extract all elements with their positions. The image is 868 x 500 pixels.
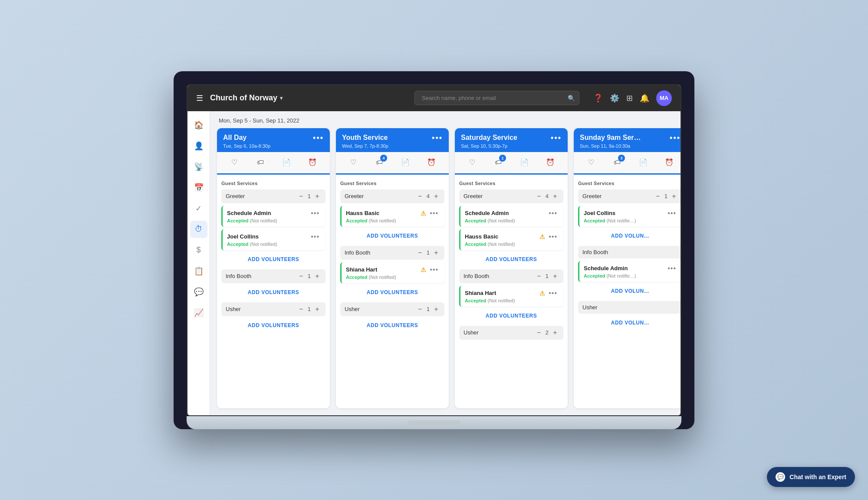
role-row-infobooth-saturday: Info Booth − 1 +	[459, 269, 563, 283]
vol-card-shiana-saturday: Shiana Hart ⚠ ••• Accepted (Not notified…	[459, 286, 563, 307]
tab-clock-youth[interactable]: ⏰	[424, 156, 438, 169]
usher-minus-allday[interactable]: −	[297, 305, 305, 313]
infobooth-plus-saturday[interactable]: +	[551, 272, 559, 280]
infobooth-minus-saturday[interactable]: −	[535, 272, 543, 280]
menu-icon[interactable]: ☰	[196, 93, 203, 103]
add-volunteers-greeter-saturday[interactable]: ADD VOLUNTEERS	[459, 253, 563, 266]
vol-menu-shiana-saturday[interactable]: •••	[547, 289, 559, 297]
role-row-usher-sunday: Usher	[578, 301, 681, 314]
sidebar-item-messages[interactable]: 💬	[190, 283, 207, 301]
infobooth-minus-allday[interactable]: −	[297, 272, 305, 280]
tab-clock-saturday[interactable]: ⏰	[543, 156, 557, 169]
column-saturday-service: Saturday Service ••• Sat, Sep 10, 5:30p-…	[455, 128, 568, 408]
tab-tag-all-day[interactable]: 🏷	[253, 156, 267, 169]
add-volunteers-infobooth-sunday[interactable]: ADD VOLUN…	[578, 285, 681, 298]
usher-minus-saturday[interactable]: −	[535, 329, 543, 337]
warning-icon-hauss-saturday: ⚠	[539, 233, 545, 240]
chat-with-expert-button[interactable]: 💬 Chat with an Expert	[767, 467, 855, 487]
greeter-plus-youth[interactable]: +	[432, 192, 440, 200]
greeter-minus-saturday[interactable]: −	[535, 192, 543, 200]
tab-tag-sunday[interactable]: 🏷3	[610, 156, 624, 169]
greeter-minus-allday[interactable]: −	[297, 192, 305, 200]
vol-menu-shiana-youth[interactable]: •••	[428, 266, 440, 274]
tab-clock-sunday[interactable]: ⏰	[662, 156, 676, 169]
sidebar-item-analytics[interactable]: 📈	[190, 304, 207, 321]
search-icon: 🔍	[568, 95, 575, 102]
greeter-plus-sunday[interactable]: +	[670, 192, 678, 200]
add-volunteers-infobooth-saturday[interactable]: ADD VOLUNTEERS	[459, 309, 563, 322]
tab-tag-youth[interactable]: 🏷4	[372, 156, 386, 169]
vol-menu-joel-sunday[interactable]: •••	[666, 209, 678, 217]
sidebar-item-calendar[interactable]: 📅	[190, 179, 207, 196]
col-body-youth: Guest Services Greeter − 4 +	[336, 175, 449, 408]
add-volunteers-usher-sunday[interactable]: ADD VOLUN…	[578, 316, 681, 329]
greeter-minus-sunday[interactable]: −	[654, 192, 662, 200]
section-label-youth-gs: Guest Services	[340, 179, 444, 189]
tab-heart-all-day[interactable]: ♡	[227, 156, 241, 169]
usher-minus-youth[interactable]: −	[416, 305, 424, 313]
search-input[interactable]	[414, 91, 579, 105]
infobooth-plus-youth[interactable]: +	[432, 249, 440, 257]
col-tabs-youth: ♡ 🏷4 📄 ⏰	[336, 152, 449, 173]
help-icon[interactable]: ❓	[593, 93, 603, 103]
usher-plus-saturday[interactable]: +	[551, 329, 559, 337]
tab-doc-sunday[interactable]: 📄	[636, 156, 650, 169]
tab-doc-all-day[interactable]: 📄	[279, 156, 293, 169]
vol-menu-schedadmin-saturday[interactable]: •••	[547, 209, 559, 217]
usher-plus-allday[interactable]: +	[313, 305, 321, 313]
bell-icon[interactable]: 🔔	[640, 93, 649, 103]
role-row-greeter-allday: Greeter − 1 +	[221, 189, 326, 203]
add-volunteers-usher-allday[interactable]: ADD VOLUNTEERS	[221, 319, 326, 332]
tab-heart-sunday[interactable]: ♡	[584, 156, 598, 169]
vol-menu-hauss-youth[interactable]: •••	[428, 209, 440, 217]
sidebar-item-home[interactable]: 🏠	[190, 116, 207, 134]
laptop-frame: ☰ Church of Norway ▾ 🔍 ❓ ⚙️ ⊞ 🔔 MA 🏠	[174, 71, 694, 429]
add-volunteers-infobooth-allday[interactable]: ADD VOLUNTEERS	[221, 286, 326, 299]
col-menu-sunday[interactable]: •••	[670, 133, 681, 142]
infobooth-plus-allday[interactable]: +	[313, 272, 321, 280]
settings-icon[interactable]: ⚙️	[610, 93, 619, 103]
col-menu-youth[interactable]: •••	[432, 133, 443, 142]
col-menu-all-day[interactable]: •••	[313, 133, 324, 142]
greeter-minus-youth[interactable]: −	[416, 192, 424, 200]
vol-menu-joel-allday[interactable]: •••	[309, 233, 321, 241]
vol-card-schedule-admin-allday: Schedule Admin ••• Accepted (Not notifie…	[221, 206, 326, 227]
add-volunteers-greeter-allday[interactable]: ADD VOLUNTEERS	[221, 253, 326, 266]
tab-doc-saturday[interactable]: 📄	[517, 156, 531, 169]
sidebar-item-broadcast[interactable]: 📡	[190, 158, 207, 175]
screen: ☰ Church of Norway ▾ 🔍 ❓ ⚙️ ⊞ 🔔 MA 🏠	[187, 84, 681, 416]
tab-doc-youth[interactable]: 📄	[398, 156, 412, 169]
add-volunteers-infobooth-youth[interactable]: ADD VOLUNTEERS	[340, 286, 444, 299]
col-header-youth: Youth Service ••• Wed, Sep 7, 7p-8:30p	[336, 128, 449, 152]
sidebar-item-people[interactable]: 👤	[190, 137, 207, 155]
tab-heart-saturday[interactable]: ♡	[465, 156, 479, 169]
greeter-plus-allday[interactable]: +	[313, 192, 321, 200]
add-volunteers-greeter-youth[interactable]: ADD VOLUNTEERS	[340, 229, 444, 242]
sidebar-item-forms[interactable]: 📋	[190, 262, 207, 280]
vol-menu-hauss-saturday[interactable]: •••	[547, 233, 559, 241]
grid-icon[interactable]: ⊞	[626, 93, 633, 103]
col-menu-saturday[interactable]: •••	[551, 133, 562, 142]
tab-tag-saturday[interactable]: 🏷1	[491, 156, 505, 169]
sidebar-item-check[interactable]: ✓	[190, 200, 207, 217]
add-volunteers-usher-youth[interactable]: ADD VOLUNTEERS	[340, 319, 444, 332]
laptop-bottom	[187, 416, 681, 429]
greeter-plus-saturday[interactable]: +	[551, 192, 559, 200]
vol-menu-schedule-admin-allday[interactable]: •••	[309, 209, 321, 217]
avatar[interactable]: MA	[656, 90, 672, 106]
role-row-greeter-saturday: Greeter − 4 +	[459, 189, 563, 203]
org-name-button[interactable]: Church of Norway ▾	[210, 93, 283, 103]
sidebar-item-schedule[interactable]: ⏱	[190, 221, 207, 238]
tab-clock-all-day[interactable]: ⏰	[306, 156, 319, 169]
col-subtitle-sunday: Sun, Sep 11, 9a-10:30a	[580, 143, 681, 149]
org-name-label: Church of Norway	[210, 93, 277, 103]
usher-plus-youth[interactable]: +	[432, 305, 440, 313]
sidebar-item-finance[interactable]: $	[190, 242, 207, 259]
infobooth-minus-youth[interactable]: −	[416, 249, 424, 257]
vol-menu-schedadmin-sunday[interactable]: •••	[666, 265, 678, 272]
col-header-all-day: All Day ••• Tue, Sep 6, 10a-8:30p	[217, 128, 330, 152]
tab-heart-youth[interactable]: ♡	[346, 156, 360, 169]
warning-icon-hauss-youth: ⚠	[421, 210, 426, 217]
add-volunteers-greeter-sunday[interactable]: ADD VOLUN…	[578, 229, 681, 242]
vol-card-shiana-youth: Shiana Hart ⚠ ••• Accepted (Not notified…	[340, 262, 444, 283]
